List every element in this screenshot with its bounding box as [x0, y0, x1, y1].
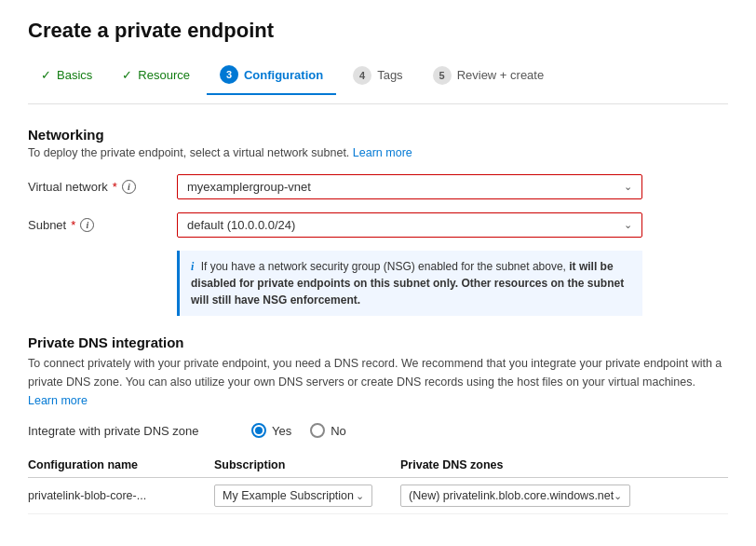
dns-zone-value: (New) privatelink.blob.core.windows.net [409, 489, 614, 502]
required-star-2: * [71, 218, 75, 232]
nsg-info-text: If you have a network security group (NS… [191, 260, 624, 307]
networking-title: Networking [28, 127, 728, 143]
chevron-down-icon: ⌄ [624, 181, 632, 193]
step-review-num: 5 [433, 66, 452, 85]
dns-section-title: Private DNS integration [28, 334, 728, 350]
dns-no-label: No [331, 424, 346, 438]
step-basics[interactable]: ✓ Basics [28, 62, 105, 91]
networking-desc-text: To deploy the private endpoint, select a… [28, 146, 349, 159]
step-basics-label: Basics [57, 68, 92, 82]
info-circle-icon: i [191, 260, 194, 273]
integrate-dns-label: Integrate with private DNS zone [28, 424, 233, 438]
dns-subscription-cell: My Example Subscription ⌄ [214, 478, 400, 514]
chevron-down-icon-2: ⌄ [624, 219, 632, 231]
step-configuration-num: 3 [220, 65, 238, 84]
dns-section: Private DNS integration To connect priva… [28, 334, 728, 514]
dns-subscription-dropdown[interactable]: My Example Subscription ⌄ [214, 485, 372, 507]
col-header-dns-zones: Private DNS zones [400, 453, 728, 478]
chevron-down-icon-3: ⌄ [356, 490, 364, 502]
step-configuration[interactable]: 3 Configuration [207, 60, 336, 95]
step-review[interactable]: 5 Review + create [420, 61, 558, 94]
dns-table: Configuration name Subscription Private … [28, 453, 728, 514]
col-header-subscription: Subscription [214, 453, 400, 478]
virtual-network-label: Virtual network * i [28, 180, 177, 194]
virtual-network-dropdown[interactable]: myexamplergroup-vnet ⌄ [177, 174, 642, 199]
dns-no-option[interactable]: No [310, 423, 346, 438]
table-row: privatelink-blob-core-... My Example Sub… [28, 478, 728, 514]
page-title: Create a private endpoint [28, 19, 728, 43]
check-icon-2: ✓ [122, 68, 132, 82]
virtual-network-info-icon[interactable]: i [122, 180, 136, 194]
subnet-info-icon[interactable]: i [80, 218, 94, 232]
dns-desc-text: To connect privately with your private e… [28, 357, 722, 389]
dns-zone-cell: (New) privatelink.blob.core.windows.net … [400, 478, 728, 514]
virtual-network-row: Virtual network * i myexamplergroup-vnet… [28, 174, 728, 199]
step-tags[interactable]: 4 Tags [340, 61, 415, 94]
subnet-dropdown[interactable]: default (10.0.0.0/24) ⌄ [177, 212, 642, 238]
dns-learn-more[interactable]: Learn more [28, 394, 88, 407]
subnet-row: Subnet * i default (10.0.0.0/24) ⌄ [28, 212, 728, 238]
check-icon: ✓ [41, 68, 51, 82]
dns-no-radio[interactable] [310, 423, 325, 438]
networking-learn-more[interactable]: Learn more [353, 146, 412, 159]
dns-subscription-value: My Example Subscription [223, 489, 354, 502]
subnet-value: default (10.0.0.0/24) [187, 218, 295, 232]
step-resource-label: Resource [138, 68, 190, 82]
col-header-name: Configuration name [28, 453, 214, 478]
step-tags-num: 4 [353, 66, 371, 85]
step-tags-label: Tags [377, 68, 402, 82]
nsg-info-box: i If you have a network security group (… [177, 251, 642, 316]
dns-description: To connect privately with your private e… [28, 354, 728, 410]
required-star: * [113, 180, 117, 194]
dns-yes-label: Yes [272, 424, 291, 438]
virtual-network-value: myexamplergroup-vnet [187, 180, 311, 194]
wizard-steps: ✓ Basics ✓ Resource 3 Configuration 4 Ta… [28, 60, 728, 104]
chevron-down-icon-4: ⌄ [614, 490, 622, 502]
dns-zone-dropdown[interactable]: (New) privatelink.blob.core.windows.net … [400, 485, 630, 507]
step-configuration-label: Configuration [244, 68, 323, 82]
step-resource[interactable]: ✓ Resource [109, 62, 203, 91]
dns-yes-radio[interactable] [251, 423, 266, 438]
integrate-dns-row: Integrate with private DNS zone Yes No [28, 423, 728, 438]
step-review-label: Review + create [457, 68, 545, 82]
subnet-label: Subnet * i [28, 218, 177, 232]
dns-config-name: privatelink-blob-core-... [28, 478, 214, 514]
networking-description: To deploy the private endpoint, select a… [28, 146, 728, 159]
dns-yes-option[interactable]: Yes [251, 423, 291, 438]
